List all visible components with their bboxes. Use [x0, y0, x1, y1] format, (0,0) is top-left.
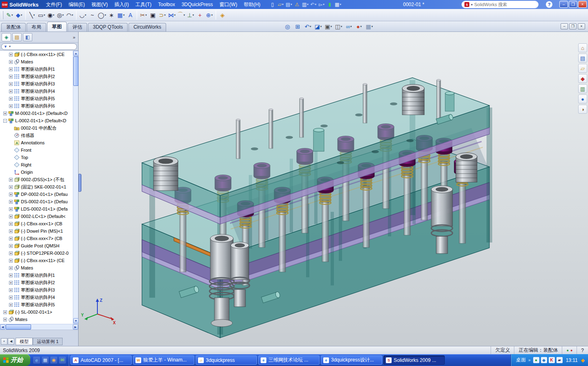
dropdown-arrow-icon[interactable]: ▾ [193, 13, 194, 17]
view-palette-icon[interactable]: ▥ [578, 84, 587, 93]
menu-item-6[interactable]: 3DQuickPress [178, 0, 216, 9]
propertymanager-tab[interactable]: ▤ [12, 33, 22, 41]
configurationmanager-tab[interactable]: ◧ [23, 33, 32, 41]
start-button[interactable]: 开始 [0, 354, 30, 366]
desktop-toolbar-label[interactable]: 桌面 [516, 357, 526, 364]
tree-item[interactable]: +草图驱动的阵列1 [0, 272, 78, 279]
expand-icon[interactable]: + [3, 112, 7, 115]
desktop-toolbar-chevron[interactable]: » [528, 358, 531, 362]
dropdown-arrow-icon[interactable]: ▾ [282, 3, 284, 6]
sheet-tab-model[interactable]: 模型 [16, 338, 33, 345]
tree-item[interactable]: +草图驱动的阵列4 [0, 294, 78, 301]
expand-icon[interactable]: + [9, 274, 13, 277]
circle-button[interactable]: ◉▾ [46, 10, 56, 20]
dropdown-arrow-icon[interactable]: ▾ [21, 13, 23, 17]
display-relations-button[interactable]: ⊥▾ [186, 10, 195, 20]
tree-item[interactable]: +M-0002-01<1> (Default<D [0, 110, 78, 117]
zoom-to-area-button[interactable]: ⊞ [293, 22, 303, 31]
search-input[interactable]: SolidWorks 搜索 [474, 2, 536, 8]
tree-item[interactable]: +(-) CBxx-xxx<7> (CB [0, 235, 78, 242]
tree-item[interactable]: 传感器 [0, 132, 78, 139]
tray-icon-k[interactable]: K [549, 357, 555, 363]
dropdown-arrow-icon[interactable]: ▾ [331, 25, 332, 28]
line-button[interactable]: ╲▾ [27, 10, 37, 20]
tree-item[interactable]: +0002-(DSS)<1> (不包 [0, 176, 78, 183]
menu-item-8[interactable]: 帮助(H) [241, 0, 264, 9]
mdi-minimize-button[interactable]: – [561, 23, 568, 29]
tab-3dqp-qtools[interactable]: 3DQP QTools [88, 23, 128, 31]
previous-view-button[interactable]: ↶▾ [303, 22, 313, 31]
dropdown-arrow-icon[interactable]: ▾ [291, 3, 292, 6]
expand-icon[interactable]: + [9, 178, 13, 182]
graphics-viewport[interactable]: Z X Y ⌂▤▱◆▥●◑ [79, 32, 588, 346]
sketch-fillet-button[interactable]: ⌒▾ [176, 10, 186, 20]
tray-corner[interactable]: ◆ [581, 357, 585, 363]
dropdown-arrow-icon[interactable]: ▾ [320, 25, 322, 28]
section-view-button[interactable]: ◪▾ [313, 22, 323, 31]
menu-item-3[interactable]: 插入(I) [111, 0, 132, 9]
tree-item[interactable]: +草图驱动的阵列3 [0, 80, 78, 88]
dropdown-arrow-icon[interactable]: ▾ [105, 13, 106, 17]
dropdown-arrow-icon[interactable]: ▾ [85, 13, 86, 17]
zoom-to-fit-button[interactable]: ◎ [282, 22, 293, 31]
print-button[interactable]: ▥▾ [301, 1, 309, 8]
taskbar-button-folder[interactable]: ▱3dquickpress [196, 355, 257, 365]
file-explorer-icon[interactable]: ▱ [578, 64, 587, 73]
expand-icon[interactable]: + [9, 244, 13, 248]
dropdown-arrow-icon[interactable]: ▾ [164, 13, 166, 17]
tree-item[interactable]: 0002-01 中的配合 [0, 124, 78, 132]
solidworks-search-icon[interactable]: ◆ [578, 74, 587, 83]
search-scope-dropdown-icon[interactable]: ▾ [471, 3, 473, 7]
quick-snaps-button[interactable]: ⊕▾ [205, 10, 214, 20]
internet-explorer-icon[interactable]: e [33, 357, 40, 364]
expand-icon[interactable]: + [9, 53, 13, 56]
dropdown-arrow-icon[interactable]: ▾ [323, 3, 324, 6]
tray-corner-icon[interactable]: ◆ [581, 357, 585, 363]
offset-entities-button[interactable]: ⊃▾ [158, 10, 167, 20]
dropdown-arrow-icon[interactable]: ▾ [372, 25, 373, 28]
menu-item-4[interactable]: 工具(T) [132, 0, 155, 9]
dropdown-arrow-icon[interactable]: ▾ [62, 13, 64, 17]
tab-assembly[interactable]: 装配体 [1, 23, 26, 31]
tangent-arc-button[interactable]: ◡▾ [78, 10, 88, 20]
new-document-button[interactable]: ▯ [268, 1, 276, 8]
expand-icon[interactable]: + [9, 296, 13, 299]
tree-h-scrollbar[interactable]: ◀ ▶ [0, 324, 78, 330]
edit-appearance-button[interactable]: ●▾ [354, 22, 364, 31]
tree-item[interactable]: +DS-0002-01<1> (Defau [0, 198, 78, 205]
tree-item[interactable]: +Mates [0, 316, 78, 323]
sheet-tab-motion-study-1[interactable]: 运动算例 1 [33, 338, 63, 345]
expand-icon[interactable]: + [9, 67, 13, 71]
tree-item[interactable]: +(-) Dowel Pin (MS)<1 [0, 227, 78, 235]
text-button[interactable]: A [126, 10, 135, 20]
expand-icon[interactable]: + [9, 200, 13, 204]
tree-item[interactable]: Top [0, 154, 78, 161]
view-orientation-button[interactable]: ▣▾ [323, 22, 333, 31]
expand-icon[interactable]: + [9, 303, 13, 307]
expand-icon[interactable]: + [9, 193, 13, 196]
tray-icon-ime[interactable]: ▰ [556, 357, 563, 363]
tree-item[interactable]: Front [0, 146, 78, 154]
menu-item-7[interactable]: 窗口(W) [216, 0, 240, 9]
expand-icon[interactable]: + [9, 82, 13, 86]
mdi-restore-button[interactable]: ❐ [569, 23, 577, 29]
scroll-left-button[interactable]: ◀ [0, 324, 5, 330]
dropdown-arrow-icon[interactable]: ▾ [307, 3, 309, 6]
save-document-button[interactable]: ▤▾ [285, 1, 293, 8]
open-document-button[interactable]: ▱▾ [277, 1, 284, 8]
tab-scroll-first-button[interactable]: « [1, 338, 7, 345]
h-scrollbar-thumb[interactable] [6, 324, 31, 330]
panel-overflow-chevron[interactable]: » [73, 35, 77, 40]
tree-item[interactable]: +草图驱动的阵列5 [0, 95, 78, 102]
sketch-button[interactable]: ✎▾ [5, 10, 14, 20]
taskbar-button-solidworks[interactable]: SSolidWorks 2009 ... [383, 355, 445, 365]
tree-item[interactable]: +(-) STOP12PER-0002-0 [0, 249, 78, 257]
tree-scrollbar[interactable]: ▲ ▼ [73, 51, 78, 324]
centerpoint-arc-button[interactable]: ◠▾ [65, 10, 74, 20]
dropdown-arrow-icon[interactable]: ▾ [341, 25, 342, 28]
tree-item[interactable]: Origin [0, 168, 78, 176]
convert-entities-button[interactable]: ▣ [148, 10, 158, 20]
tray-icon-blue[interactable]: ◆ [541, 357, 547, 363]
tree-item[interactable]: AAnnotations [0, 139, 78, 146]
spline-button[interactable]: ~ [88, 10, 97, 20]
